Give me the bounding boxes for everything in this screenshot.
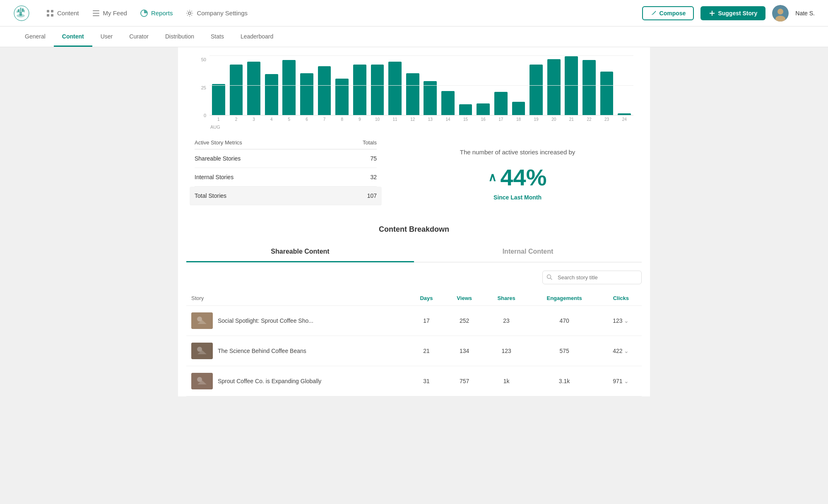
chart-bar <box>547 59 561 115</box>
chart-x-label: 1 <box>210 117 227 124</box>
col-header-shares[interactable]: Shares <box>484 291 529 306</box>
story-shares: 23 <box>484 306 529 336</box>
chart-bar <box>282 60 296 115</box>
avatar <box>772 5 789 22</box>
story-engagements: 3.1k <box>529 366 600 396</box>
story-engagements: 470 <box>529 306 600 336</box>
story-clicks: 123 ⌄ <box>600 306 642 336</box>
svg-point-21 <box>777 9 783 14</box>
svg-rect-4 <box>22 8 24 12</box>
col-header-clicks[interactable]: Clicks <box>600 291 642 306</box>
metrics-header: Active Story Metrics Totals <box>195 139 377 149</box>
metrics-totals-label: Totals <box>363 139 377 146</box>
svg-rect-10 <box>51 10 53 12</box>
nav-company-settings[interactable]: Company Settings <box>186 8 248 19</box>
arrow-up-icon: ∧ <box>488 170 497 184</box>
content-card: 50 25 0 12345678910111213141516171819202… <box>178 47 650 396</box>
story-views: 134 <box>445 336 484 366</box>
chart-bar <box>230 65 243 115</box>
metrics-section: Active Story Metrics Totals Shareable St… <box>178 130 650 215</box>
chart-x-label: 3 <box>246 117 262 124</box>
chart-x-label: 18 <box>510 117 527 124</box>
chart-x-label: 15 <box>457 117 474 124</box>
chart-x-label: 8 <box>334 117 350 124</box>
chart-bar <box>388 62 402 115</box>
story-thumbnail <box>191 312 213 329</box>
chart-x-label: 20 <box>546 117 562 124</box>
tab-shareable-content[interactable]: Shareable Content <box>186 242 414 262</box>
svg-rect-9 <box>47 10 49 12</box>
chevron-down-icon[interactable]: ⌄ <box>624 378 629 384</box>
chart-y-0: 0 <box>204 113 206 118</box>
search-input[interactable] <box>542 271 642 284</box>
svg-point-17 <box>188 12 191 14</box>
metrics-pct: ∧ 44% <box>402 164 633 191</box>
nav-myfeed[interactable]: My Feed <box>92 8 127 19</box>
svg-line-24 <box>551 278 552 279</box>
tab-distribution[interactable]: Distribution <box>157 27 202 47</box>
header: Content My Feed Reports Company Settings… <box>0 0 828 26</box>
chart-x-label: 11 <box>387 117 403 124</box>
chart-x-label: 4 <box>263 117 280 124</box>
tab-general[interactable]: General <box>17 27 54 47</box>
breakdown-section: Content Breakdown Shareable Content Inte… <box>178 215 650 396</box>
table-row: Social Spotlight: Sprout Coffee Sho... 1… <box>186 306 642 336</box>
chart-x-label: 19 <box>528 117 544 124</box>
nav-reports[interactable]: Reports <box>140 8 173 19</box>
story-days: 21 <box>408 336 444 366</box>
chart-x-label: 5 <box>281 117 298 124</box>
chevron-down-icon[interactable]: ⌄ <box>624 317 629 324</box>
chart-x-label: 22 <box>581 117 597 124</box>
chart-y-25: 25 <box>201 85 206 90</box>
metrics-row-internal: Internal Stories 32 <box>195 168 377 187</box>
svg-rect-11 <box>47 14 49 17</box>
tab-stats[interactable]: Stats <box>202 27 232 47</box>
compose-button[interactable]: Compose <box>642 6 694 20</box>
story-title: The Science Behind Coffee Beans <box>218 348 306 354</box>
svg-point-23 <box>547 275 551 278</box>
svg-rect-2 <box>20 7 22 12</box>
table-row: Sprout Coffee Co. is Expanding Globally … <box>186 366 642 396</box>
metrics-table: Active Story Metrics Totals Shareable St… <box>195 139 377 205</box>
chart-bar <box>406 73 419 115</box>
chevron-down-icon[interactable]: ⌄ <box>624 348 629 354</box>
chart-bar <box>441 91 455 115</box>
story-shares: 123 <box>484 336 529 366</box>
tab-leaderboard[interactable]: Leaderboard <box>232 27 282 47</box>
chart-x-label: 17 <box>493 117 509 124</box>
chart-bar <box>247 62 260 115</box>
svg-rect-15 <box>93 15 99 16</box>
tab-user[interactable]: User <box>92 27 121 47</box>
chart-bar <box>212 84 225 115</box>
metrics-section-title: Active Story Metrics <box>195 139 242 146</box>
tab-internal-content[interactable]: Internal Content <box>414 242 642 262</box>
nav-content[interactable]: Content <box>46 8 79 19</box>
tab-content[interactable]: Content <box>54 27 92 47</box>
chart-bar <box>530 65 543 115</box>
col-header-days[interactable]: Days <box>408 291 444 306</box>
story-views: 757 <box>445 366 484 396</box>
chart-bar <box>512 102 525 115</box>
chart-bar <box>477 103 490 115</box>
chart-y-50: 50 <box>201 57 206 62</box>
chart-bar <box>565 56 578 115</box>
chart-bar <box>265 74 278 115</box>
tab-curator[interactable]: Curator <box>121 27 157 47</box>
chart-x-month: AUG <box>209 124 633 130</box>
chart-x-label: 24 <box>616 117 633 124</box>
header-actions: Compose Suggest Story Nate S. <box>642 5 815 22</box>
col-header-views[interactable]: Views <box>445 291 484 306</box>
metrics-row-total: Total Stories 107 <box>190 187 382 205</box>
chart-x-label: 6 <box>298 117 315 124</box>
chart-bar <box>300 73 313 115</box>
col-header-engagements[interactable]: Engagements <box>529 291 600 306</box>
table-row: The Science Behind Coffee Beans 21134123… <box>186 336 642 366</box>
chart-x-label: 13 <box>422 117 439 124</box>
chart-bar <box>353 65 366 115</box>
chart-x-label: 10 <box>369 117 386 124</box>
suggest-story-button[interactable]: Suggest Story <box>700 6 765 20</box>
story-views: 252 <box>445 306 484 336</box>
chart-section: 50 25 0 12345678910111213141516171819202… <box>178 47 650 130</box>
chart-bar <box>318 66 331 115</box>
chart-x-label: 16 <box>475 117 491 124</box>
